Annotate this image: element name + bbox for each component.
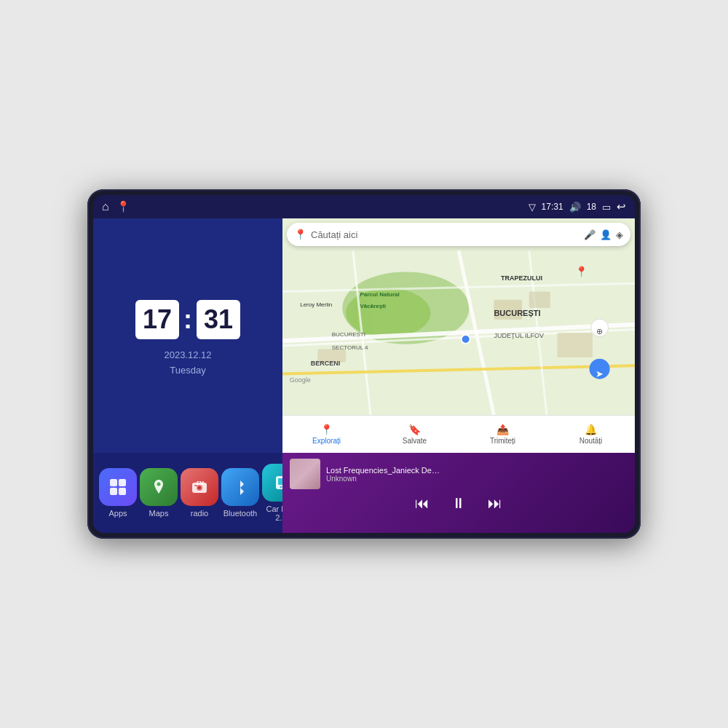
explore-icon: 📍: [320, 424, 333, 435]
music-text: Lost Frequencies_Janieck Devy-... Unknow…: [326, 466, 628, 483]
app-item-apps[interactable]: Apps: [99, 468, 137, 518]
svg-text:BUCUREȘTI: BUCUREȘTI: [332, 331, 365, 338]
svg-rect-1: [119, 479, 126, 486]
clock-colon: :: [183, 304, 192, 335]
music-panel: Lost Frequencies_Janieck Devy-... Unknow…: [282, 453, 635, 533]
svg-point-4: [157, 483, 161, 486]
news-label: Noutăți: [579, 437, 603, 445]
svg-text:BUCUREȘTI: BUCUREȘTI: [494, 309, 540, 317]
apps-icon: [99, 468, 137, 506]
status-time: 17:31: [542, 202, 563, 212]
clock-display: 17 : 31: [135, 300, 240, 339]
account-icon[interactable]: 👤: [600, 229, 612, 240]
clock-hour: 17: [143, 304, 172, 334]
maps-logo-icon: 📍: [294, 229, 306, 240]
map-search-text[interactable]: Căutați aici: [311, 229, 579, 240]
svg-point-37: [462, 335, 470, 344]
map-section: 📍 Căutați aici 🎤 👤 ◈: [282, 218, 635, 453]
home-icon[interactable]: ⌂: [102, 200, 109, 213]
map-nav-saved[interactable]: 🔖 Salvate: [371, 424, 459, 445]
news-icon: 🔔: [585, 424, 597, 435]
map-nav-explore[interactable]: 📍 Explorați: [282, 424, 371, 445]
svg-rect-3: [119, 488, 126, 495]
app-grid: Apps Maps: [93, 453, 282, 533]
next-button[interactable]: ⏭: [488, 495, 502, 512]
svg-text:TRAPEZULUI: TRAPEZULUI: [501, 274, 542, 282]
svg-text:Parcul Natural: Parcul Natural: [360, 291, 399, 298]
right-column: 📍 Căutați aici 🎤 👤 ◈: [282, 218, 635, 533]
svg-text:FM: FM: [197, 480, 204, 486]
music-thumbnail: [290, 459, 320, 489]
map-background: 📍 Căutați aici 🎤 👤 ◈: [282, 218, 635, 415]
clock-hour-tile: 17: [135, 300, 179, 339]
volume-level: 18: [587, 202, 596, 212]
status-left-icons: ⌂ 📍: [102, 200, 130, 213]
clock-day-text: Tuesday: [164, 363, 211, 379]
left-panel: 17 : 31 2023.12.12 Tuesday: [93, 218, 282, 533]
clock-minute: 31: [204, 304, 233, 334]
svg-text:📍: 📍: [575, 266, 588, 278]
music-title: Lost Frequencies_Janieck Devy-...: [326, 466, 443, 475]
apps-label: Apps: [108, 509, 127, 518]
send-label: Trimiteți: [490, 437, 515, 445]
clock-date-text: 2023.12.12: [164, 348, 211, 363]
svg-text:⊕: ⊕: [596, 327, 603, 336]
music-info: Lost Frequencies_Janieck Devy-... Unknow…: [290, 459, 628, 489]
svg-text:JUDEȚUL ILFOV: JUDEȚUL ILFOV: [494, 332, 544, 339]
svg-rect-26: [558, 333, 593, 357]
svg-text:Leroy Merlin: Leroy Merlin: [300, 301, 332, 308]
music-controls: ⏮ ⏸ ⏭: [290, 495, 628, 512]
svg-text:➤: ➤: [596, 368, 604, 379]
send-icon: 📤: [496, 424, 509, 435]
clock-minute-tile: 31: [197, 300, 240, 339]
bluetooth-icon: [221, 468, 259, 506]
app-item-maps[interactable]: Maps: [140, 468, 178, 518]
map-nav-news[interactable]: 🔔 Noutăți: [547, 424, 635, 445]
map-bottom-nav: 📍 Explorați 🔖 Salvate 📤 Trimiteți �: [282, 415, 635, 453]
radio-icon: FM: [181, 468, 218, 506]
prev-button[interactable]: ⏮: [415, 495, 430, 512]
layers-icon[interactable]: ◈: [616, 229, 623, 240]
svg-text:Google: Google: [290, 376, 311, 384]
saved-label: Salvate: [403, 437, 427, 445]
device-screen: ⌂ 📍 ▽ 17:31 🔊 18 ▭ ↩ 17: [93, 195, 635, 533]
music-album-art: [290, 459, 320, 489]
car-head-unit: ⌂ 📍 ▽ 17:31 🔊 18 ▭ ↩ 17: [87, 189, 641, 539]
svg-text:BERCENI: BERCENI: [311, 360, 341, 367]
svg-text:SECTORUL 4: SECTORUL 4: [332, 344, 368, 351]
map-search-actions: 🎤 👤 ◈: [584, 229, 623, 240]
explore-label: Explorați: [312, 437, 341, 445]
map-svg: BUCUREȘTI JUDEȚUL ILFOV BERCENI TRAPEZUL…: [282, 250, 635, 415]
main-content: 17 : 31 2023.12.12 Tuesday: [93, 218, 635, 533]
radio-label: radio: [191, 509, 208, 518]
svg-rect-2: [110, 488, 117, 495]
bluetooth-label: Bluetooth: [223, 509, 257, 518]
volume-icon: 🔊: [569, 202, 581, 213]
clock-date: 2023.12.12 Tuesday: [164, 348, 211, 379]
app-item-radio[interactable]: FM radio: [181, 468, 218, 518]
play-pause-button[interactable]: ⏸: [451, 495, 466, 512]
status-right-info: ▽ 17:31 🔊 18 ▭ ↩: [529, 200, 626, 213]
map-nav-send[interactable]: 📤 Trimiteți: [459, 424, 547, 445]
map-canvas: BUCUREȘTI JUDEȚUL ILFOV BERCENI TRAPEZUL…: [282, 250, 635, 415]
status-bar: ⌂ 📍 ▽ 17:31 🔊 18 ▭ ↩: [93, 195, 635, 218]
microphone-icon[interactable]: 🎤: [584, 229, 596, 240]
map-search-bar[interactable]: 📍 Căutați aici 🎤 👤 ◈: [287, 223, 630, 246]
app-item-bluetooth[interactable]: Bluetooth: [221, 468, 259, 518]
battery-icon: ▭: [602, 202, 611, 213]
saved-icon: 🔖: [408, 424, 421, 435]
svg-point-7: [198, 486, 201, 489]
maps-icon: [140, 468, 178, 506]
maps-pin-icon[interactable]: 📍: [116, 200, 130, 213]
svg-rect-24: [529, 292, 550, 309]
svg-text:Văcărești: Văcărești: [360, 303, 386, 309]
signal-icon: ▽: [529, 202, 536, 213]
back-icon[interactable]: ↩: [617, 200, 626, 213]
music-artist: Unknown: [326, 475, 628, 483]
maps-label: Maps: [149, 509, 169, 518]
clock-widget: 17 : 31 2023.12.12 Tuesday: [93, 218, 282, 453]
svg-rect-0: [110, 479, 117, 486]
map-area[interactable]: 📍 Căutați aici 🎤 👤 ◈: [282, 218, 635, 415]
